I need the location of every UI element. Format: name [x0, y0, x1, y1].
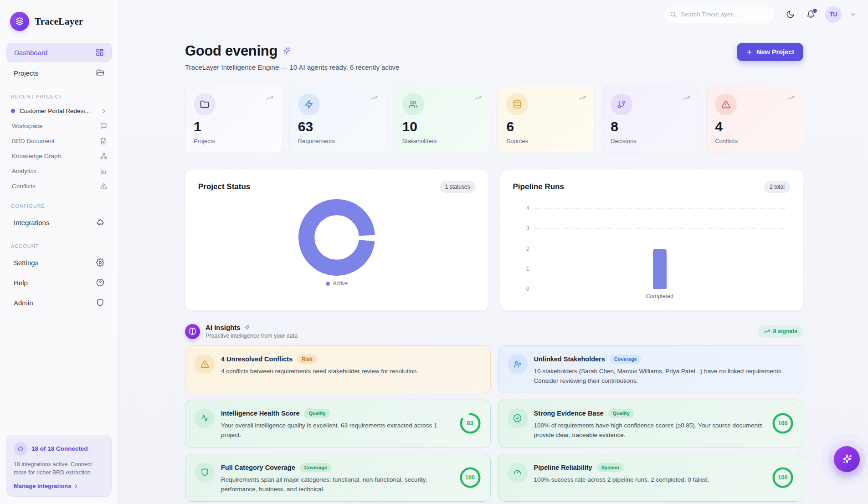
- sidebar-item-label: Admin: [14, 299, 33, 307]
- trending-up-icon: [683, 94, 690, 102]
- sidebar-item-label: Integrations: [14, 219, 49, 226]
- sidebar-item-admin[interactable]: Admin: [6, 293, 112, 312]
- stat-value: 63: [298, 120, 378, 134]
- gauge-icon: [508, 463, 528, 483]
- dashboard-grid-icon: [96, 48, 104, 57]
- score-ring: 100: [772, 412, 794, 434]
- new-project-button[interactable]: New Project: [737, 43, 803, 61]
- insight-title: Intelligence Health Score: [221, 410, 299, 417]
- activity-icon: [195, 408, 215, 428]
- moon-icon: [786, 10, 795, 19]
- score-value: 100: [459, 467, 481, 489]
- main-content: Good evening TraceLayer Intelligence Eng…: [118, 29, 868, 504]
- sidebar-item-help[interactable]: Help: [6, 273, 112, 292]
- check-circle-icon: [508, 408, 528, 428]
- ai-assistant-fab[interactable]: [834, 446, 860, 472]
- new-project-label: New Project: [756, 48, 794, 56]
- manage-integrations-label: Manage integrations: [14, 483, 71, 489]
- manage-integrations-link[interactable]: Manage integrations: [14, 483, 79, 489]
- score-ring: 83: [459, 412, 481, 434]
- project-status-donut-chart: [298, 199, 375, 276]
- sparkles-icon: [244, 324, 250, 331]
- sidebar-item-label: Conflicts: [12, 183, 36, 190]
- section-label-account: ACCOUNT: [6, 233, 112, 253]
- avatar[interactable]: TU: [825, 6, 842, 23]
- sidebar-item-brd-document[interactable]: BRD Document: [6, 134, 112, 148]
- total-runs-badge: 2 total: [764, 181, 790, 193]
- stat-label: Stakeholders: [402, 138, 482, 144]
- sidebar-item-label: Workspace: [12, 123, 42, 129]
- pipeline-runs-card: Pipeline Runs 2 total 4 3 2 1 0 Complete…: [500, 170, 804, 311]
- trending-up-icon: [787, 94, 795, 102]
- stat-card-sources[interactable]: 6 Sources: [498, 85, 595, 153]
- trending-up-icon: [764, 328, 770, 334]
- message-square-icon: [100, 123, 107, 129]
- search-icon: [670, 11, 677, 18]
- insight-card-full-category-coverage: Full Category Coverage Coverage Requirem…: [185, 454, 491, 502]
- y-tick: 3: [519, 225, 529, 231]
- sparkles-icon: [282, 46, 291, 56]
- stat-card-stakeholders[interactable]: 10 Stakeholders: [394, 85, 491, 153]
- stat-label: Requirements: [298, 138, 378, 144]
- stat-card-requirements[interactable]: 63 Requirements: [289, 85, 386, 153]
- git-branch-icon: [611, 93, 632, 115]
- sidebar-item-dashboard[interactable]: Dashboard: [6, 43, 112, 62]
- stat-card-conflicts[interactable]: 4 Conflicts: [706, 85, 803, 153]
- insight-title: Strong Evidence Base: [534, 410, 604, 417]
- page-subtitle: TraceLayer Intelligence Engine — 10 AI a…: [185, 63, 399, 71]
- brand-logo: [10, 12, 29, 31]
- gridline: 0: [534, 289, 786, 289]
- chevron-right-icon: [101, 108, 107, 114]
- legend-label: Active: [333, 280, 348, 287]
- insight-card-unresolved-conflicts: 4 Unresolved Conflicts Risk 4 conflicts …: [185, 345, 491, 393]
- sidebar-item-integrations[interactable]: Integrations: [6, 213, 112, 231]
- section-label-recent-project: RECENT PROJECT: [6, 84, 112, 104]
- sidebar-recent-project[interactable]: Customer Portal Redesi...: [6, 104, 112, 118]
- stat-card-projects[interactable]: 1 Projects: [185, 85, 282, 153]
- sidebar-item-projects[interactable]: Projects: [6, 64, 112, 82]
- y-tick: 4: [519, 205, 529, 211]
- stat-value: 10: [402, 120, 482, 134]
- insight-tag: Coverage: [610, 355, 642, 364]
- recent-project-name: Customer Portal Redesi...: [20, 108, 96, 114]
- notifications-button[interactable]: [805, 8, 817, 21]
- sidebar-item-settings[interactable]: Settings: [6, 253, 112, 272]
- network-icon: [100, 153, 107, 159]
- search-input[interactable]: [681, 11, 769, 18]
- search-box[interactable]: [663, 6, 776, 23]
- sidebar-item-workspace[interactable]: Workspace: [6, 119, 112, 133]
- sidebar-item-conflicts[interactable]: Conflicts: [6, 179, 112, 193]
- statuses-count-badge: 1 statuses: [440, 181, 476, 193]
- ai-insights-header: AI Insights Proactive intelligence from …: [185, 324, 803, 339]
- insight-card-pipeline-reliability: Pipeline Reliability System 100% success…: [498, 454, 804, 502]
- sidebar-item-knowledge-graph[interactable]: Knowledge Graph: [6, 149, 112, 163]
- stat-card-decisions[interactable]: 8 Decisions: [602, 85, 699, 153]
- sidebar-item-label: BRD Document: [12, 138, 55, 144]
- sidebar-item-analytics[interactable]: Analytics: [6, 164, 112, 178]
- layers-icon: [15, 17, 24, 26]
- stat-label: Decisions: [611, 138, 690, 144]
- insight-body: Your overall intelligence quality is exc…: [221, 421, 453, 440]
- theme-toggle-button[interactable]: [784, 8, 796, 21]
- chevron-right-icon: [73, 483, 79, 489]
- section-label-configure: CONFIGURE: [6, 193, 112, 213]
- insight-tag: Coverage: [300, 463, 332, 472]
- sidebar-item-label: Analytics: [12, 168, 36, 175]
- project-status-dot: [11, 109, 15, 113]
- folder-open-icon: [96, 69, 104, 77]
- sidebar-item-label: Help: [14, 279, 28, 287]
- trending-up-icon: [370, 94, 378, 102]
- pipeline-bar-chart: 4 3 2 1 0 Completed: [534, 208, 786, 289]
- alert-triangle-icon: [100, 183, 107, 190]
- insight-title: 4 Unresolved Conflicts: [221, 355, 293, 363]
- score-ring: 100: [772, 467, 794, 489]
- score-value: 100: [772, 467, 794, 489]
- insight-tag: Quality: [304, 409, 330, 418]
- chevron-down-icon[interactable]: [850, 11, 856, 18]
- chart-legend: Active: [326, 280, 348, 287]
- help-circle-icon: [96, 278, 104, 287]
- gridline: 4: [534, 208, 786, 209]
- shield-icon: [96, 298, 104, 307]
- gridline: 3: [534, 228, 786, 229]
- folder-icon: [194, 93, 216, 115]
